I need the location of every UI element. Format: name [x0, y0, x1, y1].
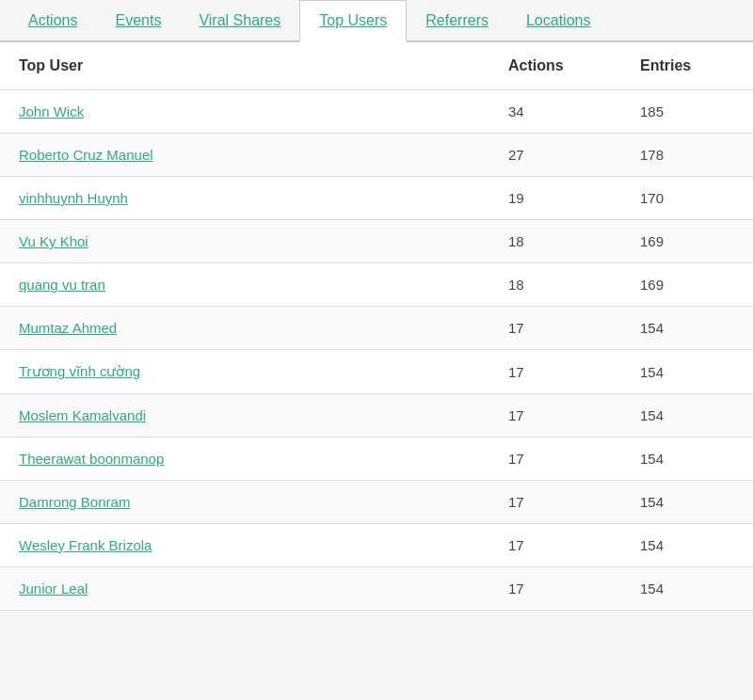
user-cell: Damrong Bonram: [0, 481, 489, 524]
table-row: Vu Ky Khoi18169: [0, 220, 753, 263]
user-link[interactable]: Mumtaz Ahmed: [19, 320, 117, 336]
table-row: Roberto Cruz Manuel27178: [0, 134, 753, 177]
user-link[interactable]: quang vu tran: [19, 277, 105, 293]
user-cell: John Wick: [0, 90, 489, 134]
tab-referrers[interactable]: Referrers: [407, 0, 507, 40]
table-row: Theerawat boonmanop17154: [0, 438, 753, 481]
user-link[interactable]: John Wick: [19, 103, 84, 119]
entries-cell: 185: [621, 90, 753, 134]
entries-cell: 154: [621, 438, 753, 481]
user-link[interactable]: Wesley Frank Brizola: [19, 537, 152, 553]
user-cell: quang vu tran: [0, 263, 489, 307]
table-body: John Wick34185Roberto Cruz Manuel27178vi…: [0, 90, 753, 611]
actions-cell: 18: [489, 220, 621, 263]
entries-cell: 154: [621, 481, 753, 524]
user-link[interactable]: Roberto Cruz Manuel: [19, 147, 153, 163]
entries-cell: 178: [621, 134, 753, 177]
user-link[interactable]: Junior Leal: [19, 581, 88, 597]
table-row: Damrong Bonram17154: [0, 481, 753, 524]
entries-cell: 169: [621, 220, 753, 263]
entries-cell: 154: [621, 524, 753, 567]
user-link[interactable]: Damrong Bonram: [19, 494, 130, 510]
col-header-entries: Entries: [621, 42, 753, 90]
actions-cell: 17: [489, 524, 621, 567]
tab-locations[interactable]: Locations: [507, 0, 610, 40]
table-row: Moslem Kamalvandi17154: [0, 394, 753, 438]
user-cell: Theerawat boonmanop: [0, 438, 489, 481]
tab-top-users[interactable]: Top Users: [299, 0, 407, 42]
user-link[interactable]: Trương vĩnh cường: [19, 363, 140, 379]
actions-cell: 18: [489, 263, 621, 307]
entries-cell: 154: [621, 394, 753, 438]
top-users-table: Top User Actions Entries John Wick34185R…: [0, 42, 753, 611]
user-cell: Wesley Frank Brizola: [0, 524, 489, 567]
tab-events[interactable]: Events: [96, 0, 180, 40]
user-link[interactable]: Theerawat boonmanop: [19, 451, 164, 467]
actions-cell: 19: [489, 177, 621, 220]
actions-cell: 17: [489, 307, 621, 350]
user-link[interactable]: vinhhuynh Huynh: [19, 190, 128, 206]
actions-cell: 34: [489, 90, 621, 134]
table-row: John Wick34185: [0, 90, 753, 134]
table-header: Top User Actions Entries: [0, 42, 753, 90]
actions-cell: 17: [489, 438, 621, 481]
actions-cell: 17: [489, 567, 621, 611]
user-cell: Trương vĩnh cường: [0, 350, 489, 394]
user-cell: vinhhuynh Huynh: [0, 177, 489, 220]
user-cell: Roberto Cruz Manuel: [0, 134, 489, 177]
user-cell: Vu Ky Khoi: [0, 220, 489, 263]
user-cell: Moslem Kamalvandi: [0, 394, 489, 438]
user-link[interactable]: Vu Ky Khoi: [19, 233, 88, 249]
col-header-actions: Actions: [489, 42, 621, 90]
tab-viral-shares[interactable]: Viral Shares: [180, 0, 299, 40]
tab-actions[interactable]: Actions: [9, 0, 96, 40]
table-row: Junior Leal17154: [0, 567, 753, 611]
table-row: vinhhuynh Huynh19170: [0, 177, 753, 220]
actions-cell: 17: [489, 481, 621, 524]
entries-cell: 154: [621, 350, 753, 394]
actions-cell: 17: [489, 394, 621, 438]
entries-cell: 154: [621, 567, 753, 611]
entries-cell: 170: [621, 177, 753, 220]
actions-cell: 27: [489, 134, 621, 177]
user-cell: Junior Leal: [0, 567, 489, 611]
table-row: Trương vĩnh cường17154: [0, 350, 753, 394]
col-header-user: Top User: [0, 42, 489, 90]
entries-cell: 154: [621, 307, 753, 350]
actions-cell: 17: [489, 350, 621, 394]
table-row: quang vu tran18169: [0, 263, 753, 307]
entries-cell: 169: [621, 263, 753, 307]
table-row: Wesley Frank Brizola17154: [0, 524, 753, 567]
table-row: Mumtaz Ahmed17154: [0, 307, 753, 350]
nav-tabs: ActionsEventsViral SharesTop UsersReferr…: [0, 0, 753, 42]
content-area: Top User Actions Entries John Wick34185R…: [0, 42, 753, 611]
user-link[interactable]: Moslem Kamalvandi: [19, 407, 146, 423]
user-cell: Mumtaz Ahmed: [0, 307, 489, 350]
